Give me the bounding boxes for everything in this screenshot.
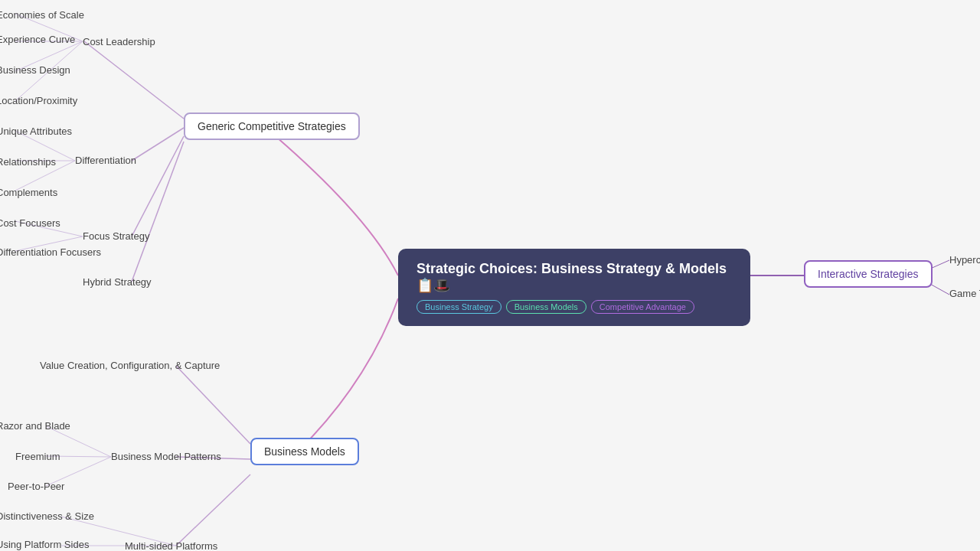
- unique-attributes-node[interactable]: Unique Attributes: [0, 122, 72, 140]
- game-theory-node[interactable]: Game T...: [949, 285, 980, 302]
- central-title: Strategic Choices: Business Strategy & M…: [416, 261, 732, 294]
- cost-leadership-node[interactable]: Cost Leadership: [83, 33, 155, 51]
- business-models-label: Business Models: [264, 445, 345, 458]
- interactive-strategies-label: Interactive Strategies: [818, 268, 919, 280]
- interactive-strategies-node[interactable]: Interactive Strategies: [804, 260, 933, 288]
- svg-line-2: [132, 136, 184, 236]
- svg-line-0: [84, 41, 184, 119]
- business-model-patterns-node[interactable]: Business Model Patterns: [111, 448, 221, 465]
- distinctiveness-node[interactable]: Distinctiveness & Size: [0, 507, 94, 525]
- tag-business-models: Business Models: [506, 300, 586, 314]
- central-tags: Business Strategy Business Models Compet…: [416, 300, 732, 314]
- focus-strategy-node[interactable]: Focus Strategy: [83, 227, 149, 245]
- complements-node[interactable]: Complements: [0, 184, 57, 201]
- generic-competitive-strategies-label: Generic Competitive Strategies: [198, 120, 346, 132]
- location-proximity-node[interactable]: Location/Proximity: [0, 92, 77, 109]
- tag-competitive-advantage: Competitive Advantage: [591, 300, 694, 314]
- relationships-node[interactable]: Relationships: [0, 153, 56, 171]
- cost-focusers-node[interactable]: Cost Focusers: [0, 214, 60, 232]
- differentiation-node[interactable]: Differentiation: [75, 152, 136, 169]
- peer-to-peer-node[interactable]: Peer-to-Peer: [8, 478, 64, 495]
- business-design-node[interactable]: Business Design: [0, 61, 70, 79]
- experience-curve-node[interactable]: Experience Curve: [0, 31, 75, 48]
- svg-line-13: [176, 366, 250, 444]
- central-node[interactable]: Strategic Choices: Business Strategy & M…: [398, 249, 750, 326]
- economies-of-scale-node[interactable]: Economies of Scale: [0, 6, 84, 24]
- svg-line-3: [132, 142, 184, 282]
- differentiation-focusers-node[interactable]: Differentiation Focusers: [0, 243, 101, 261]
- svg-line-1: [132, 128, 184, 161]
- hypercompetition-node[interactable]: Hyperco...: [949, 251, 980, 269]
- using-platform-sides-node[interactable]: Using Platform Sides: [0, 536, 89, 551]
- value-creation-node[interactable]: Value Creation, Configuration, & Capture: [40, 357, 220, 374]
- multi-sided-platforms-node[interactable]: Multi-sided Platforms: [125, 537, 217, 551]
- business-models-node[interactable]: Business Models: [250, 438, 359, 465]
- freemium-node[interactable]: Freemium: [15, 448, 60, 465]
- razor-blade-node[interactable]: Razor and Blade: [0, 417, 70, 435]
- svg-line-20: [176, 474, 250, 546]
- tag-business-strategy: Business Strategy: [416, 300, 501, 314]
- generic-competitive-strategies-node[interactable]: Generic Competitive Strategies: [184, 112, 360, 140]
- hybrid-strategy-node[interactable]: Hybrid Strategy: [83, 273, 152, 291]
